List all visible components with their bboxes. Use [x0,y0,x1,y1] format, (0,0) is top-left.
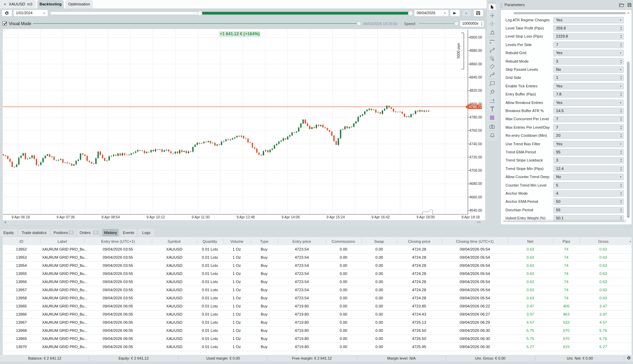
svg-text:4660.00: 4660.00 [469,195,482,199]
svg-text:4700.00: 4700.00 [469,168,482,172]
svg-text:₤: ₤ [492,58,494,61]
svg-text:9 Apr 10:12: 9 Apr 10:12 [146,215,165,219]
svg-text:9 Apr 16:42: 9 Apr 16:42 [372,215,390,219]
svg-text:9 Apr 14:06: 9 Apr 14:06 [281,215,300,219]
svg-text:9 Apr 06:18: 9 Apr 06:18 [12,215,30,219]
svg-text:9 Apr 19:18: 9 Apr 19:18 [461,215,480,219]
svg-text:4795.77: 4795.77 [469,105,482,109]
svg-text:4820.00: 4820.00 [469,88,482,92]
svg-text:4860.00: 4860.00 [469,62,482,66]
svg-text:9 Apr 18:00: 9 Apr 18:00 [416,215,435,219]
svg-text:9 Apr 11:30: 9 Apr 11:30 [192,215,210,219]
svg-text:4760.00: 4760.00 [469,128,482,132]
svg-text:4640.00: 4640.00 [469,208,482,212]
svg-text:9 Apr 12:48: 9 Apr 12:48 [237,215,255,219]
svg-text:4680.00: 4680.00 [469,181,482,186]
svg-text:+1 641.12 € (+164%): +1 641.12 € (+164%) [220,31,259,36]
svg-text:5000 pips: 5000 pips [456,43,460,59]
svg-text:4740.00: 4740.00 [469,142,482,146]
svg-text:9 Apr 08:54: 9 Apr 08:54 [102,215,120,219]
svg-text:4880.00: 4880.00 [469,48,482,52]
svg-text:4900.00: 4900.00 [469,35,482,39]
svg-text:4720.00: 4720.00 [469,155,482,159]
svg-text:9 Apr 15:24: 9 Apr 15:24 [327,215,345,219]
svg-text:9 Apr 07:36: 9 Apr 07:36 [57,215,75,219]
svg-text:4780.00: 4780.00 [469,115,482,119]
svg-text:4840.00: 4840.00 [469,75,482,79]
